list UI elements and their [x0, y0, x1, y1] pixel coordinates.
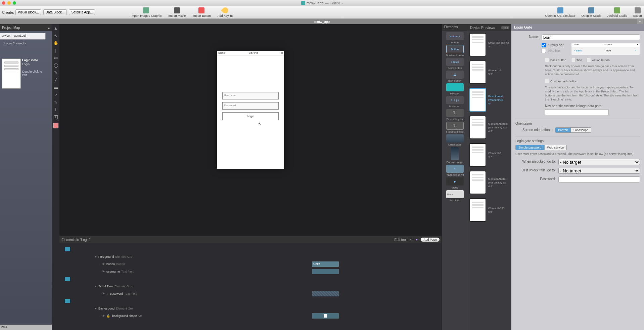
element-bordered-button[interactable]: ButtonBordered butto — [443, 45, 467, 57]
new-tab-button[interactable]: + — [637, 19, 643, 24]
add-keyline-button[interactable]: Add Keyline — [217, 7, 233, 17]
edit-tool-label: Edit tool: — [395, 238, 408, 242]
title-checkbox — [571, 58, 576, 62]
lock-icon[interactable]: 🔒 — [106, 314, 110, 318]
add-page-button[interactable]: Add Page — [421, 238, 440, 242]
element-text-field[interactable]: NameText field — [443, 190, 467, 202]
ellipse-tool-icon[interactable]: ◯ — [53, 63, 58, 68]
unlocked-label: When unlocked, go to: — [515, 159, 556, 163]
web-service-tab[interactable]: Web service — [545, 145, 566, 150]
textbox-tool-icon[interactable]: [T] — [53, 114, 58, 120]
element-button-arrow[interactable]: Button >Button — [443, 32, 467, 44]
canvas[interactable]: Carrier 3:57 PM ■ Username Password Logi… — [59, 24, 442, 330]
edit-tool-cursor-icon[interactable]: ↖ — [410, 238, 413, 242]
diagonal-tool-icon[interactable]: ╱ — [53, 77, 58, 83]
fail-target-select[interactable]: - No target — [558, 168, 640, 174]
export-button[interactable]: Export — [633, 7, 642, 17]
password-element[interactable]: 👁↓passwordText Field — [61, 290, 440, 297]
name-input[interactable] — [542, 34, 640, 40]
element-placeholder[interactable]: ✕Placeholder wit — [443, 165, 467, 176]
layer-group-icon-3 — [61, 297, 440, 305]
element-landscape-image[interactable]: Landscape — [443, 134, 467, 146]
foreground-group[interactable]: ▾ForegroundElement Gro — [61, 253, 440, 260]
simple-password-tab[interactable]: Simple password — [516, 145, 545, 150]
import-button-button[interactable]: Import Button — [192, 7, 211, 17]
open-ios-simulator-button[interactable]: Open in iOS Simulator — [545, 7, 576, 17]
element-expanding-text[interactable]: TExpanding tex — [443, 109, 467, 121]
element-back-button[interactable]: < BackBack button — [443, 58, 467, 70]
minimize-button[interactable] — [7, 1, 11, 5]
device-preview-item[interactable]: iPhone 6-84.7" — [469, 143, 510, 167]
button-element[interactable]: 👁buttonButtonLogin — [61, 260, 440, 268]
orientation-landscape-button[interactable]: Landscape — [571, 128, 591, 132]
pm-login-gate-node[interactable]: Login Gate Login Double-click to edit — [2, 58, 46, 89]
bgshape-element[interactable]: 👁🔒background shapeVe — [61, 312, 440, 320]
device-preview-item[interactable]: Medium Android(like Galaxy Cor4.3" — [469, 116, 510, 139]
pm-service-node[interactable]: ervice aomLogin — [0, 33, 46, 40]
username-element[interactable]: 👁usernameText Field — [61, 268, 440, 275]
element-fixed-text[interactable]: TFixed text bloc — [443, 122, 467, 133]
hand-tool-icon[interactable]: ✋ — [53, 40, 58, 46]
close-button[interactable] — [2, 1, 5, 5]
device-preview-item[interactable]: Medium Androi(like Galaxy S)4.8" — [469, 171, 510, 194]
satellite-app-button[interactable]: Satellite App... — [69, 9, 95, 15]
window-title: mmw_app — [307, 1, 324, 5]
fillrect-tool-icon[interactable]: ▬ — [53, 85, 58, 90]
import-image-button[interactable]: Import Image / Graphic — [131, 7, 162, 17]
device-preview-item[interactable]: Base formatiPhone 5/SE4" — [469, 88, 510, 112]
help-navbar: The nav bar's color and fonts come from … — [545, 85, 640, 101]
rect-tool-icon[interactable]: ▭ — [53, 55, 58, 60]
import-movie-button[interactable]: Import Movie — [168, 7, 186, 17]
data-block-button[interactable]: Data Block... — [43, 9, 67, 15]
tabbar: mmw_app + — [0, 19, 644, 24]
device-preview-item[interactable]: Small low-end An3" — [469, 33, 510, 56]
element-hotspot[interactable]: Hotspot — [443, 83, 467, 95]
element-multipart[interactable]: 1 | 2 | 3Multi-part — [443, 96, 467, 108]
element-icon-button[interactable]: ≡Icon button — [443, 71, 467, 82]
unlocked-target-select[interactable]: - No target — [558, 159, 640, 165]
inspector-panel: Login Gate Name: Status bar Nav bar Carr… — [511, 24, 644, 330]
text-tool-icon[interactable]: T — [53, 107, 58, 112]
canvas-toolstrip: ▲ ↖ ✋ | ▭ ◯ ✎ ╱ ▬ ↗ ⤡ T [T] — [52, 24, 59, 330]
elements-title: Elements — [442, 24, 468, 31]
login-gate-settings-section: Login gate settings — [515, 136, 640, 143]
previews-hide-button[interactable]: Hide — [501, 26, 509, 29]
cursor-tool-icon[interactable]: ⤡ — [53, 99, 58, 105]
edited-indicator: — Edited — [325, 1, 340, 5]
tab-mmw-app[interactable]: mmw_app — [314, 20, 330, 24]
android-studio-button[interactable]: Android Studio — [607, 7, 627, 17]
login-button[interactable]: Login — [222, 112, 279, 120]
arrow-tool-icon[interactable]: ↗ — [53, 92, 58, 97]
elements-in-panel: Elements in "Login" Edit tool: ↖ ✦ Add P… — [59, 236, 442, 330]
orientation-portrait-button[interactable]: Portrait — [555, 128, 571, 132]
pointer-tool-icon[interactable]: ▲ — [53, 26, 58, 31]
edit-tool-wand-icon[interactable]: ✦ — [415, 238, 418, 242]
password-input[interactable] — [558, 176, 640, 182]
runtime-linkage-input[interactable] — [545, 109, 609, 115]
project-map-collapse-icon[interactable]: ▴ — [48, 26, 50, 30]
project-map-panel: Project Map ▴ ervice aomLogin t Login Co… — [0, 24, 52, 330]
statusbar-checkbox[interactable] — [542, 43, 546, 47]
scrollflow-group[interactable]: ▾Scroll FlowElement Grou — [61, 283, 440, 290]
element-portrait-image[interactable]: Portrait image — [443, 147, 467, 164]
visual-block-button[interactable]: Visual Block... — [15, 9, 41, 15]
password-field[interactable]: Password — [222, 102, 279, 110]
username-field[interactable]: Username — [222, 92, 279, 99]
actionbutton-checkbox — [587, 58, 591, 62]
password-label: Password: — [515, 176, 556, 181]
device-preview-item[interactable]: iPhone 6-8 Pl5.5" — [469, 198, 510, 222]
pencil-tool-icon[interactable]: ✎ — [53, 70, 58, 75]
navbar-preview: Carrier10:30 PM■ ‹ BackTitle✓ — [571, 43, 640, 55]
device-preview-item[interactable]: iPhone 1-43.5" — [469, 60, 510, 84]
custombackbutton-checkbox — [545, 79, 549, 83]
name-label: Name: — [515, 34, 539, 39]
open-xcode-button[interactable]: Open in Xcode — [581, 7, 601, 17]
color-swatch[interactable] — [53, 123, 58, 128]
zoom-button[interactable] — [13, 1, 16, 5]
navbar-checkbox[interactable] — [542, 49, 546, 53]
select-tool-icon[interactable]: ↖ — [53, 33, 58, 38]
background-group[interactable]: ▾BackgroundElement Gro — [61, 305, 440, 312]
phone-carrier: Carrier — [218, 52, 225, 55]
element-video[interactable]: ▶Video — [443, 177, 467, 189]
line-tool-icon[interactable]: | — [53, 48, 58, 53]
